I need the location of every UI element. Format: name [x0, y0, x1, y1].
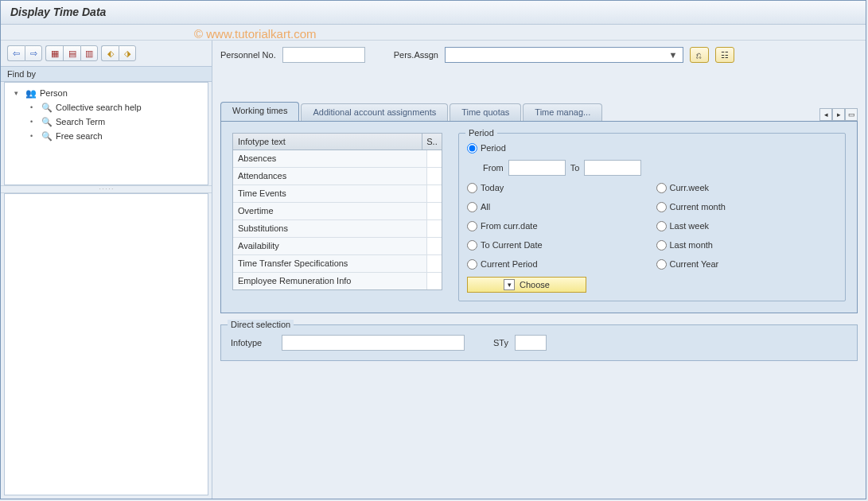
binoculars-icon: 🔍 — [41, 130, 53, 142]
infotype-list[interactable]: Absences Attendances Time Events Overtim… — [232, 150, 442, 290]
to-input[interactable] — [584, 160, 641, 176]
tab-scroll-right-button[interactable]: ▸ — [832, 108, 845, 121]
infotype-header: Infotype text S.. — [232, 133, 442, 150]
person-icon: 👥 — [25, 87, 37, 99]
nav-back-button[interactable] — [7, 45, 25, 61]
infotype-header-s[interactable]: S.. — [422, 134, 442, 150]
tree-label: Person — [40, 88, 68, 98]
panel-splitter[interactable]: · · · · · — [1, 185, 212, 193]
list-item: Availability — [233, 238, 442, 255]
left-toolbar — [1, 41, 212, 66]
toolbar-divider — [1, 25, 866, 41]
assignment-button[interactable]: ☷ — [715, 47, 734, 63]
page-title: Display Time Data — [1, 1, 866, 25]
org-structure-button[interactable]: ⎌ — [690, 47, 709, 63]
from-label: From — [483, 163, 504, 173]
tree-label: Free search — [56, 131, 103, 141]
tab-time-manag[interactable]: Time manag... — [523, 103, 602, 121]
left-bottom-panel — [4, 193, 208, 495]
tree-panel: ▾ 👥 Person • 🔍 Collective search help • … — [4, 82, 208, 185]
tree-item-person[interactable]: ▾ 👥 Person — [8, 86, 204, 100]
radio-current-year[interactable] — [656, 259, 667, 270]
direct-selection-fieldset: Direct selection Infotype STy — [220, 324, 858, 361]
radio-to-current-date[interactable] — [467, 240, 477, 250]
radio-period-label: Period — [481, 143, 506, 153]
radio-today[interactable] — [467, 183, 477, 193]
choose-button[interactable]: ▾ Choose — [467, 277, 586, 293]
radio-current-period[interactable] — [467, 259, 477, 270]
list-item: Time Events — [233, 185, 442, 203]
period-legend: Period — [465, 128, 497, 138]
header-row: Personnel No. Pers.Assgn ▼ ⎌ ☷ — [220, 47, 858, 63]
binoculars-icon: 🔍 — [41, 116, 53, 127]
list-item: Time Transfer Specifications — [233, 255, 442, 273]
tab-list-button[interactable]: ▭ — [845, 108, 858, 121]
list-item: Substitutions — [233, 220, 442, 238]
find-by-header: Find by — [1, 66, 212, 82]
period-fieldset: Period Period From To Today — [458, 133, 846, 301]
radio-current-month[interactable] — [656, 202, 667, 212]
radio-last-week[interactable] — [656, 221, 667, 231]
left-panel: Find by ▾ 👥 Person • 🔍 Collective search… — [1, 41, 212, 499]
tab-content: Infotype text S.. Absences Attendances T… — [220, 122, 858, 313]
tree-expand-icon: ▾ — [14, 89, 22, 97]
tab-working-times[interactable]: Working times — [220, 102, 299, 121]
binoculars-icon: 🔍 — [41, 102, 53, 113]
dropdown-arrow-icon: ▼ — [667, 50, 679, 60]
personnel-no-input[interactable] — [282, 47, 365, 63]
tab-scroll-left-button[interactable]: ◂ — [819, 108, 832, 121]
radio-curr-week[interactable] — [656, 183, 667, 193]
expand-button[interactable] — [119, 45, 136, 61]
radio-last-month[interactable] — [656, 240, 667, 250]
right-panel: Personnel No. Pers.Assgn ▼ ⎌ ☷ Working t… — [212, 41, 866, 499]
collapse-button[interactable] — [101, 45, 119, 61]
layout-button-2[interactable] — [63, 45, 80, 61]
list-item: Attendances — [233, 168, 442, 185]
personnel-no-label: Personnel No. — [220, 50, 276, 60]
tab-strip-controls: ◂ ▸ ▭ — [819, 108, 858, 121]
tab-time-quotas[interactable]: Time quotas — [450, 103, 521, 121]
to-label: To — [570, 163, 580, 173]
tab-strip: Working times Additional account assignm… — [220, 103, 858, 122]
pers-assgn-dropdown[interactable]: ▼ — [445, 47, 683, 63]
infotype-label: Infotype — [231, 338, 275, 348]
tree-item-search-term[interactable]: • 🔍 Search Term — [8, 115, 204, 129]
tree-item-collective-search[interactable]: • 🔍 Collective search help — [8, 100, 204, 115]
list-item: Employee Remuneration Info — [233, 273, 442, 290]
radio-from-curr-date[interactable] — [467, 221, 477, 231]
tree-item-free-search[interactable]: • 🔍 Free search — [8, 129, 204, 143]
pers-assgn-label: Pers.Assgn — [394, 50, 438, 60]
choose-icon: ▾ — [504, 279, 515, 290]
infotype-input[interactable] — [282, 335, 465, 351]
tree-label: Collective search help — [56, 103, 142, 112]
sty-label: STy — [493, 338, 508, 348]
from-input[interactable] — [508, 160, 566, 176]
infotype-box: Infotype text S.. Absences Attendances T… — [232, 133, 442, 301]
radio-all[interactable] — [467, 202, 477, 212]
layout-button-1[interactable] — [45, 45, 63, 61]
list-item: Absences — [233, 150, 442, 168]
tree-label: Search Term — [56, 117, 105, 126]
radio-period[interactable] — [467, 143, 477, 153]
sty-input[interactable] — [515, 335, 547, 351]
direct-selection-legend: Direct selection — [228, 320, 294, 329]
infotype-header-text[interactable]: Infotype text — [233, 134, 422, 150]
layout-button-3[interactable] — [80, 45, 98, 61]
tab-additional-assignments[interactable]: Additional account assignments — [301, 103, 448, 121]
list-item: Overtime — [233, 203, 442, 220]
nav-forward-button[interactable] — [25, 45, 42, 61]
